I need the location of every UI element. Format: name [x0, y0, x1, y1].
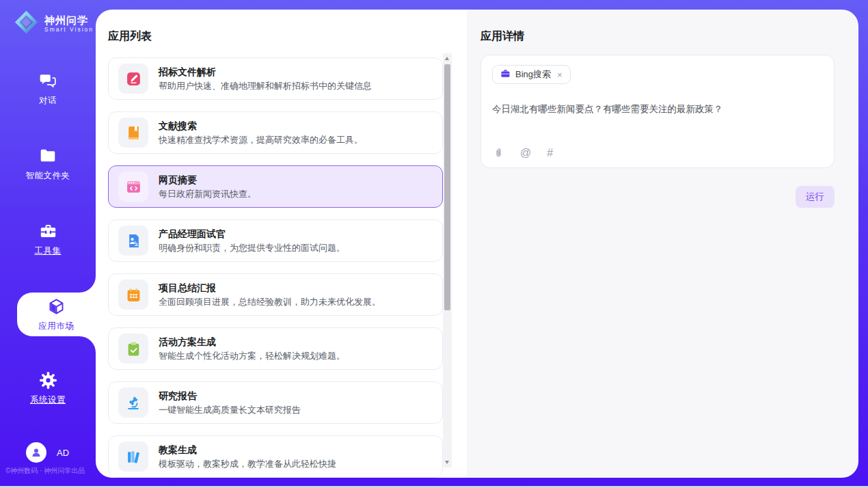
paperclip-icon[interactable]: [493, 147, 504, 159]
sidebar-item-2[interactable]: 智能文件夹: [0, 142, 96, 186]
sidebar-item-3[interactable]: 工具集: [0, 217, 96, 261]
app-card-title: 网页摘要: [159, 174, 256, 187]
active-tab-notch-top: [79, 276, 96, 293]
avatar: [26, 442, 46, 463]
app-card[interactable]: 产品经理面试官 明确身份和职责，为您提供专业性的面试问题。: [108, 219, 443, 262]
prompt-composer: Bing搜索 × 今日湖北有哪些新闻要点？有哪些需要关注的最新政策？ @ #: [480, 55, 835, 168]
scrollbar-thumb[interactable]: [444, 64, 450, 310]
user-account[interactable]: AD: [26, 442, 69, 463]
app-window: 神州问学 Smart Vision 对话智能文件夹工具集应用市场系统设置 AD …: [0, 0, 868, 488]
composer-toolbar: @ #: [493, 147, 553, 159]
active-tab-notch-bottom: [79, 336, 96, 353]
app-card[interactable]: 网页摘要 每日政府新闻资讯快查。: [108, 165, 443, 208]
clipboard-check-icon: [118, 334, 148, 364]
app-card-list: 招标文件解析 帮助用户快速、准确地理解和解析招标书中的关键信息 文献搜索 快速精…: [108, 57, 443, 478]
sidebar: 神州问学 Smart Vision 对话智能文件夹工具集应用市场系统设置 AD …: [0, 0, 96, 486]
scrollbar-up-arrow[interactable]: [445, 57, 449, 60]
pencil-square-icon: [118, 64, 148, 94]
app-card-desc: 每日政府新闻资讯快查。: [159, 188, 256, 200]
user-label: AD: [57, 448, 69, 458]
folder-icon: [39, 147, 57, 165]
tag-close-icon[interactable]: ×: [557, 70, 562, 80]
app-card-title: 项目总结汇报: [159, 282, 381, 295]
app-card-title: 文献搜索: [159, 120, 363, 133]
app-card[interactable]: 教案生成 模板驱动，教案秒成，教学准备从此轻松快捷: [108, 435, 443, 478]
sidebar-item-label: 系统设置: [30, 394, 66, 406]
sidebar-item-label: 智能文件夹: [26, 170, 70, 182]
app-card-desc: 模板驱动，教案秒成，教学准备从此轻松快捷: [159, 458, 336, 470]
sidebar-nav: 对话智能文件夹工具集应用市场系统设置: [0, 0, 96, 486]
tool-tag-label: Bing搜索: [515, 68, 551, 81]
app-card-desc: 全面回顾项目进展，总结经验教训，助力未来优化发展。: [159, 296, 381, 308]
app-detail-title: 应用详情: [480, 29, 835, 44]
sidebar-item-5[interactable]: 系统设置: [0, 366, 96, 410]
app-card-title: 活动方案生成: [159, 336, 345, 349]
sidebar-item-label: 对话: [39, 95, 57, 107]
scrollbar[interactable]: [443, 53, 452, 467]
calendar-icon: [118, 280, 148, 310]
sidebar-item-4[interactable]: 应用市场: [17, 293, 96, 336]
app-card-title: 招标文件解析: [159, 66, 372, 79]
run-button[interactable]: 运行: [796, 186, 835, 208]
book-icon: [118, 118, 148, 148]
copyright-text: ©神州数码 · 神州问学出品: [5, 466, 85, 476]
hash-icon[interactable]: #: [547, 148, 553, 159]
prompt-text[interactable]: 今日湖北有哪些新闻要点？有哪些需要关注的最新政策？: [492, 103, 823, 116]
chat-icon: [39, 72, 57, 90]
briefcase-icon: [500, 68, 511, 81]
app-card-desc: 一键智能生成高质量长文本研究报告: [159, 404, 301, 416]
app-card[interactable]: 文献搜索 快速精准查找学术资源，提高研究效率的必备工具。: [108, 111, 443, 154]
tool-tag-bing-search[interactable]: Bing搜索 ×: [492, 65, 571, 84]
browser-code-icon: [118, 172, 148, 202]
app-card[interactable]: 项目总结汇报 全面回顾项目进展，总结经验教训，助力未来优化发展。: [108, 273, 443, 316]
app-card-desc: 智能生成个性化活动方案，轻松解决规划难题。: [159, 350, 345, 362]
scrollbar-down-arrow[interactable]: [445, 461, 449, 464]
app-card[interactable]: 研究报告 一键智能生成高质量长文本研究报告: [108, 381, 443, 424]
content-panel: 应用列表 招标文件解析 帮助用户快速、准确地理解和解析招标书中的关键信息 文献搜…: [96, 10, 858, 478]
cube-icon: [47, 297, 66, 316]
interview-doc-icon: [118, 226, 148, 256]
app-card-desc: 帮助用户快速、准确地理解和解析招标书中的关键信息: [159, 80, 372, 92]
books-icon: [118, 442, 148, 472]
microscope-icon: [118, 388, 148, 418]
app-detail-section: 应用详情 Bing搜索 × 今日湖北有哪些新闻要点？有哪些需要关注的最新政策？: [467, 10, 858, 478]
app-list-section: 应用列表 招标文件解析 帮助用户快速、准确地理解和解析招标书中的关键信息 文献搜…: [96, 10, 467, 478]
sidebar-item-label: 工具集: [35, 245, 62, 257]
at-icon[interactable]: @: [520, 148, 531, 159]
toolbox-icon: [39, 222, 57, 241]
app-card-title: 产品经理面试官: [159, 228, 345, 241]
app-list-title: 应用列表: [108, 29, 467, 44]
app-card-desc: 快速精准查找学术资源，提高研究效率的必备工具。: [159, 134, 363, 146]
app-card-desc: 明确身份和职责，为您提供专业性的面试问题。: [159, 242, 345, 254]
app-card-title: 研究报告: [159, 390, 301, 403]
gear-icon: [39, 371, 57, 390]
app-card[interactable]: 招标文件解析 帮助用户快速、准确地理解和解析招标书中的关键信息: [108, 57, 443, 100]
app-card[interactable]: 活动方案生成 智能生成个性化活动方案，轻松解决规划难题。: [108, 327, 443, 370]
app-card-title: 教案生成: [159, 444, 336, 457]
sidebar-item-label: 应用市场: [39, 321, 74, 332]
sidebar-item-1[interactable]: 对话: [0, 67, 96, 111]
